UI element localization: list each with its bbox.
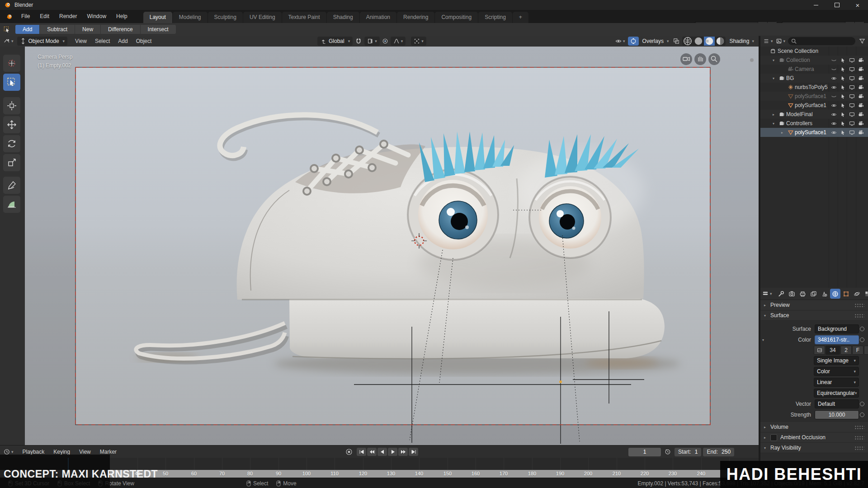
camera-restrict-icon[interactable] (856, 130, 865, 136)
workspace-tab[interactable]: Modeling (173, 12, 208, 23)
viewport-menu[interactable]: Object (132, 36, 156, 47)
panel-grip[interactable] (854, 303, 864, 307)
output-icon[interactable] (797, 289, 808, 299)
record-button[interactable] (346, 449, 352, 455)
projection-dropdown[interactable]: Equirectangular▾ (814, 389, 859, 398)
image-name-field[interactable]: 34 (826, 346, 840, 355)
surface-shader-selector[interactable]: Background (815, 324, 859, 333)
workspace-tab[interactable]: Rendering (397, 12, 434, 23)
image-source-dropdown[interactable]: Single Image▾ (814, 356, 859, 365)
eye-closed-icon[interactable] (829, 94, 838, 99)
frame-start-field[interactable]: Start:1 (675, 448, 701, 456)
pointer-icon[interactable] (838, 103, 847, 108)
next-keyframe-button[interactable] (398, 448, 408, 456)
pointer-icon[interactable] (838, 130, 847, 136)
image-new-button[interactable]: + (864, 346, 868, 355)
jump-to-start-button[interactable] (357, 448, 366, 456)
previous-keyframe-button[interactable] (367, 448, 377, 456)
panel-ambient-occlusion[interactable]: ▸ Ambient Occlusion (760, 432, 868, 443)
image-fake-user-button[interactable]: F (852, 346, 863, 355)
node-socket-icon[interactable] (859, 402, 865, 406)
texture-icon[interactable] (863, 289, 868, 299)
current-frame-field[interactable]: 1 (628, 448, 661, 456)
object-visibility-icon[interactable] (615, 38, 622, 44)
workspace-tab[interactable]: Scripting (478, 12, 512, 23)
panel-grip[interactable] (854, 446, 864, 450)
camera-restrict-icon[interactable] (856, 103, 865, 108)
monitor-icon[interactable] (847, 121, 856, 127)
mode-selector[interactable]: Object Mode ▾ (17, 37, 68, 46)
image-browse-icon[interactable] (814, 346, 825, 355)
workspace-tab[interactable]: Animation (360, 12, 396, 23)
measure-tool-button[interactable] (3, 196, 20, 213)
eye-closed-icon[interactable] (829, 66, 838, 72)
outliner-row[interactable]: polySurface1 (760, 92, 868, 101)
pointer-icon[interactable] (838, 121, 847, 127)
panel-preview[interactable]: ▸ Preview (760, 300, 868, 310)
eye-open-icon[interactable] (829, 75, 838, 81)
outliner-row[interactable]: ▸ ModelFinal (760, 110, 868, 119)
outliner-display-mode-icon[interactable] (763, 38, 769, 44)
rendered-shading-button[interactable] (715, 37, 726, 46)
disclosure-triangle-icon[interactable]: ▾ (773, 122, 778, 126)
camera-restrict-icon[interactable] (856, 75, 865, 81)
scale-tool-button[interactable] (3, 154, 20, 171)
pointer-icon[interactable] (838, 112, 847, 117)
wireframe-shading-button[interactable] (682, 37, 693, 46)
boolean-mode-button[interactable]: Subtract (40, 25, 75, 34)
pointer-icon[interactable] (838, 84, 847, 90)
transform-orientation-selector[interactable]: Global ▾ (317, 37, 353, 46)
play-button[interactable] (388, 448, 397, 456)
panel-volume[interactable]: ▸ Volume (760, 422, 868, 432)
pointer-icon[interactable] (838, 75, 847, 81)
boolean-mode-button[interactable]: Difference (101, 25, 140, 34)
monitor-icon[interactable] (847, 112, 856, 117)
viewport-3d[interactable]: Camera Persp (1) Empty.002 (25, 47, 759, 445)
menubar-menu[interactable]: Edit (35, 10, 54, 23)
outliner-row[interactable]: ▾ BG (760, 74, 868, 83)
filter-icon[interactable] (859, 38, 865, 44)
tool-icon[interactable] (776, 289, 786, 299)
monitor-icon[interactable] (847, 84, 856, 90)
select-box-tool-button[interactable] (3, 74, 20, 91)
maximize-button[interactable] (826, 0, 847, 10)
outliner-row[interactable]: polySurface1 (760, 101, 868, 110)
node-socket-icon[interactable] (859, 338, 865, 342)
boolean-mode-button[interactable]: Intersect (141, 25, 176, 34)
blender-menu-icon[interactable] (6, 14, 13, 20)
close-button[interactable]: × (847, 0, 868, 10)
outliner-scope-icon[interactable] (776, 38, 782, 44)
viewport-menu[interactable]: View (71, 36, 91, 47)
shading-label[interactable]: Shading (729, 38, 749, 44)
pointer-icon[interactable] (838, 66, 847, 72)
falloff-selector[interactable]: ▾ (391, 37, 406, 46)
disclosure-triangle-icon[interactable]: ▾ (762, 338, 768, 342)
solid-shading-button[interactable] (693, 37, 704, 46)
outliner-row[interactable]: ▸ polySurface1 (760, 128, 868, 137)
strength-slider[interactable]: 10.000 (815, 410, 859, 419)
play-reverse-button[interactable] (377, 448, 387, 456)
scene-icon[interactable] (819, 289, 830, 299)
menubar-menu[interactable]: Window (82, 10, 111, 23)
disclosure-triangle-icon[interactable]: ▸ (773, 113, 778, 117)
monitor-icon[interactable] (847, 94, 856, 99)
disclosure-triangle-icon[interactable]: ▸ (781, 131, 787, 135)
world-icon[interactable] (830, 289, 840, 299)
pointer-icon[interactable] (838, 57, 847, 63)
vector-selector[interactable]: Default (815, 399, 859, 408)
eye-open-icon[interactable] (829, 112, 838, 117)
menubar-menu[interactable]: Help (111, 10, 132, 23)
workspace-tab[interactable]: Sculpting (208, 12, 243, 23)
camera-restrict-icon[interactable] (856, 121, 865, 127)
monitor-icon[interactable] (847, 75, 856, 81)
eye-open-icon[interactable] (829, 103, 838, 108)
editor-type-icon[interactable] (762, 291, 769, 297)
view-layer-icon[interactable] (808, 289, 819, 299)
physics-icon[interactable] (852, 289, 862, 299)
proportional-editing-icon[interactable] (382, 38, 388, 44)
outliner-row[interactable]: Scene Collection (760, 47, 868, 56)
monitor-icon[interactable] (847, 130, 856, 136)
boolean-mode-button[interactable]: Add (15, 25, 40, 34)
color-space-dropdown[interactable]: Linear▾ (814, 378, 859, 387)
viewport-menu[interactable]: Select (91, 36, 114, 47)
